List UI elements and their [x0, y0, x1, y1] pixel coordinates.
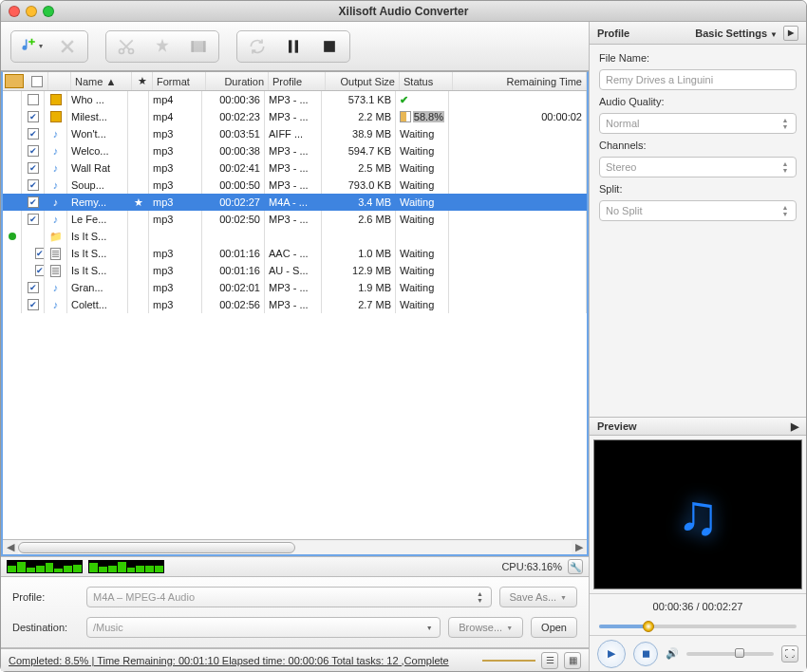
col-name[interactable]: Name ▲ [71, 72, 132, 90]
add-media-button[interactable]: ▾ [17, 34, 46, 59]
col-duration[interactable]: Duration [206, 72, 269, 90]
zoom-icon[interactable] [43, 6, 54, 17]
row-checkbox[interactable]: ✔ [28, 179, 39, 191]
right-panel: Profile Basic Settings ▼ ▶ File Name: Re… [590, 22, 806, 671]
table-row[interactable]: ✔♪Le Fe...mp300:02:50MP3 - ...2.6 MBWait… [3, 211, 587, 228]
preview-controls: ▶ ◼ 🔊 ⛶ [590, 635, 806, 671]
scroll-thumb[interactable] [18, 542, 295, 553]
row-name: Colett... [67, 296, 128, 313]
profile-combo[interactable]: M4A – MPEG-4 Audio▲▼ [86, 587, 492, 607]
table-row[interactable]: 📁Is It S... [3, 228, 587, 245]
titlebar[interactable]: Xilisoft Audio Converter [1, 1, 806, 22]
window-title: Xilisoft Audio Converter [54, 5, 753, 18]
quality-select[interactable]: Normal▲▼ [599, 113, 797, 134]
row-checkbox[interactable]: ✔ [28, 196, 39, 208]
table-row[interactable]: ✔Is It S...mp300:01:16AAC - ...1.0 MBWai… [3, 245, 587, 262]
save-as-button[interactable]: Save As... ▼ [499, 587, 577, 607]
row-name: Welco... [67, 142, 128, 159]
split-select[interactable]: No Split▲▼ [599, 200, 797, 221]
settings-icon[interactable]: 🔧 [568, 559, 583, 574]
fullscreen-icon[interactable]: ⛶ [781, 645, 798, 663]
open-button[interactable]: Open [531, 617, 577, 638]
window-controls [9, 6, 54, 17]
list-view-icon[interactable]: ☰ [541, 652, 558, 669]
checkall[interactable] [31, 76, 43, 87]
cut-button [112, 34, 141, 59]
svg-rect-7 [324, 41, 335, 52]
refresh-button [243, 34, 272, 59]
svg-rect-4 [203, 41, 206, 52]
seek-slider[interactable] [590, 618, 806, 635]
row-checkbox[interactable]: ✔ [28, 111, 39, 122]
expand-icon[interactable]: ▶ [783, 26, 798, 41]
row-checkbox[interactable]: ✔ [28, 128, 39, 140]
video-icon [49, 110, 63, 123]
browse-button[interactable]: Browse... ▼ [448, 617, 523, 638]
table-row[interactable]: ✔♪Won't...mp300:03:51AIFF ...38.9 MBWait… [3, 125, 587, 142]
table-row[interactable]: ✔♪Welco...mp300:00:38MP3 - ...594.7 KBWa… [3, 142, 587, 159]
table-row[interactable]: ✔♪Gran...mp300:02:01MP3 - ...1.9 MBWaiti… [3, 279, 587, 296]
remove-button [53, 34, 82, 59]
folder-icon: 📁 [49, 230, 63, 243]
col-output[interactable]: Output Size [326, 72, 400, 90]
volume-icon[interactable]: 🔊 [666, 647, 679, 660]
profile-title: Profile [597, 28, 629, 39]
basic-settings-dropdown[interactable]: Basic Settings ▼ [695, 28, 778, 39]
stop-button[interactable] [315, 34, 344, 59]
row-checkbox[interactable]: ✔ [28, 162, 39, 174]
play-button[interactable]: ▶ [597, 640, 626, 668]
table-row[interactable]: ✔♪Colett...mp300:02:56MP3 - ...2.7 MBWai… [3, 296, 587, 313]
audio-icon: ♪ [49, 144, 63, 158]
row-checkbox[interactable]: ✔ [28, 299, 39, 310]
scroll-right-icon[interactable]: ▶ [572, 541, 587, 554]
svg-rect-6 [295, 40, 298, 52]
video-icon [49, 93, 63, 106]
table-row[interactable]: ✔Milest...mp400:02:23MP3 - ...2.2 MB58.8… [3, 108, 587, 125]
svg-rect-5 [289, 40, 291, 52]
col-profile[interactable]: Profile [269, 72, 326, 90]
row-checkbox[interactable]: ✔ [28, 282, 39, 293]
table-row[interactable]: ✔Is It S...mp300:01:16AU - S...12.9 MBWa… [3, 262, 587, 279]
row-checkbox[interactable] [28, 94, 39, 105]
h-scrollbar[interactable]: ◀ ▶ [3, 539, 587, 554]
row-checkbox[interactable]: ✔ [28, 145, 39, 157]
close-icon[interactable] [9, 6, 20, 17]
scroll-left-icon[interactable]: ◀ [3, 541, 18, 554]
minimize-icon[interactable] [26, 6, 37, 17]
row-checkbox[interactable]: ✔ [28, 214, 39, 225]
row-name: Is It S... [67, 262, 128, 279]
row-name: Remy... [67, 194, 128, 211]
audio-icon: ♪ [49, 298, 63, 311]
stop-preview-button[interactable]: ◼ [633, 642, 658, 666]
seek-thumb[interactable] [643, 621, 654, 632]
channels-select[interactable]: Stereo▲▼ [599, 157, 797, 177]
table-row[interactable]: ✔♪Remy...★mp300:02:27M4A - ...3.4 MBWait… [3, 194, 587, 211]
row-checkbox[interactable]: ✔ [35, 248, 45, 259]
table-row[interactable]: ✔♪Wall Ratmp300:02:41MP3 - ...2.5 MBWait… [3, 159, 587, 177]
waveform-icon [7, 560, 83, 573]
filename-input[interactable]: Remy Drives a Linguini [599, 69, 797, 90]
col-star[interactable]: ★ [132, 72, 153, 90]
destination-combo[interactable]: /Music▼ [86, 617, 441, 638]
table-header[interactable]: Name ▲ ★ Format Duration Profile Output … [3, 72, 587, 91]
volume-thumb[interactable] [735, 648, 744, 658]
col-status[interactable]: Status [400, 72, 453, 90]
table-row[interactable]: Who ...mp400:00:36MP3 - ...573.1 KB✔ [3, 91, 587, 108]
text-icon [49, 247, 63, 260]
table-body[interactable]: Who ...mp400:00:36MP3 - ...573.1 KB✔✔Mil… [3, 91, 587, 539]
row-name: Wall Rat [67, 159, 128, 177]
volume-slider[interactable] [686, 652, 774, 656]
audio-icon: ♪ [49, 178, 63, 192]
quality-label: Audio Quality: [599, 96, 797, 107]
row-name: Soup... [67, 177, 128, 194]
preview-expand-icon[interactable]: ▶ [791, 420, 798, 433]
table-row[interactable]: ✔♪Soup...mp300:00:50MP3 - ...793.0 KBWai… [3, 177, 587, 194]
channels-label: Channels: [599, 140, 797, 151]
col-format[interactable]: Format [153, 72, 206, 90]
profile-label: Profile: [12, 591, 79, 603]
row-checkbox[interactable]: ✔ [35, 265, 45, 276]
profile-destination-area: Profile: M4A – MPEG-4 Audio▲▼ Save As...… [1, 577, 589, 648]
col-remaining[interactable]: Remaining Time [453, 72, 587, 90]
pause-button[interactable] [279, 34, 308, 59]
detail-view-icon[interactable]: ▦ [564, 652, 581, 669]
